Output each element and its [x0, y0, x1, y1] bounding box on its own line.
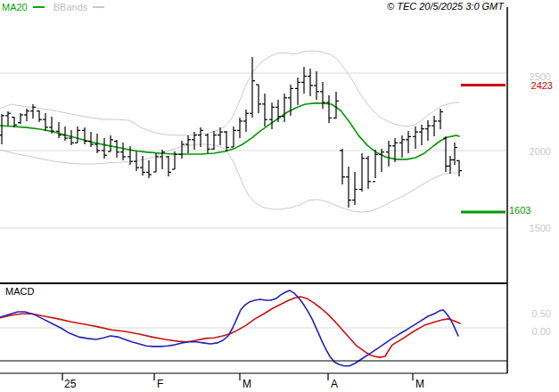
time-axis-label-feb: F: [157, 378, 163, 390]
bbands-legend-label: BBands: [53, 2, 88, 12]
macd-panel-title: MACD: [5, 286, 34, 297]
ma20-legend-label: MA20: [2, 2, 28, 12]
bbands-line-swatch-icon: [93, 6, 104, 8]
chart-legend: MA20 BBands: [2, 2, 110, 12]
macd-axis-label-000: 0.00: [532, 326, 551, 337]
resistance-level-label: 2423: [531, 80, 553, 91]
chart-canvas: [0, 0, 559, 392]
time-axis-label-apr: A: [331, 378, 338, 390]
macd-axis-label-050: 0.50: [532, 308, 551, 319]
support-level-label: 1603: [509, 205, 530, 216]
copyright-text: © TEC 20/5/2025 3:0 GMT: [387, 1, 504, 12]
price-axis-label-2000: 2000: [530, 146, 551, 157]
time-axis-label-may: M: [415, 378, 424, 390]
stock-chart-page: MA20 BBands © TEC 20/5/2025 3:0 GMT 2500…: [0, 0, 559, 392]
time-axis-label-mar: M: [243, 378, 251, 390]
ma20-line-swatch-icon: [33, 6, 45, 8]
time-axis-label-25: 25: [64, 378, 76, 390]
price-axis-label-1500: 1500: [530, 223, 551, 233]
